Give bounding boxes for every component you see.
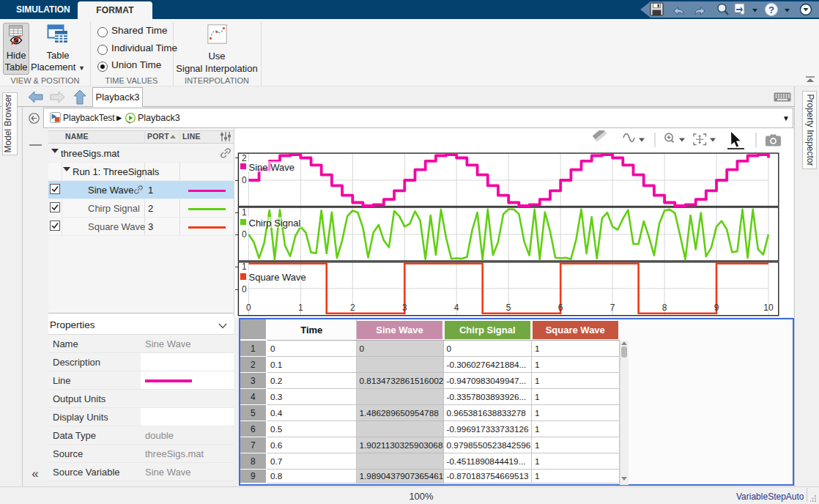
- svg-text:?: ?: [768, 4, 774, 15]
